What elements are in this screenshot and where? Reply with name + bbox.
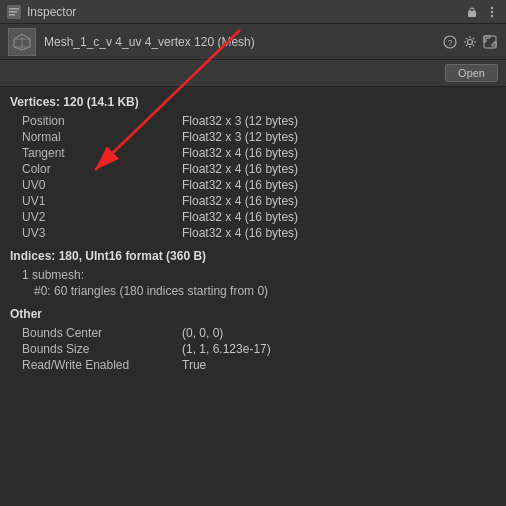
- prop-label-bounds-center: Bounds Center: [22, 326, 182, 340]
- svg-point-5: [491, 6, 493, 8]
- prop-value-uv3: Float32 x 4 (16 bytes): [182, 226, 298, 240]
- open-row: Open: [0, 60, 506, 87]
- prop-value-uv2: Float32 x 4 (16 bytes): [182, 210, 298, 224]
- header-actions: [464, 4, 500, 20]
- prop-label-tangent: Tangent: [22, 146, 182, 160]
- prop-value-uv0: Float32 x 4 (16 bytes): [182, 178, 298, 192]
- prop-color: Color Float32 x 4 (16 bytes): [10, 161, 496, 177]
- inspector-content: Vertices: 120 (14.1 KB) Position Float32…: [0, 87, 506, 381]
- prop-value-uv1: Float32 x 4 (16 bytes): [182, 194, 298, 208]
- svg-point-7: [491, 14, 493, 16]
- mesh-row: Mesh_1_c_v 4_uv 4_vertex 120 (Mesh) ?: [0, 24, 506, 60]
- lock-icon[interactable]: [464, 4, 480, 20]
- prop-read-write: Read/Write Enabled True: [10, 357, 496, 373]
- svg-rect-4: [468, 11, 476, 17]
- prop-label-read-write: Read/Write Enabled: [22, 358, 182, 372]
- svg-rect-2: [9, 11, 17, 13]
- prop-label-uv2: UV2: [22, 210, 182, 224]
- prop-value-read-write: True: [182, 358, 206, 372]
- inspector-header: Inspector: [0, 0, 506, 24]
- prop-uv2: UV2 Float32 x 4 (16 bytes): [10, 209, 496, 225]
- mesh-name: Mesh_1_c_v 4_uv 4_vertex 120 (Mesh): [44, 35, 434, 49]
- prop-uv0: UV0 Float32 x 4 (16 bytes): [10, 177, 496, 193]
- open-button[interactable]: Open: [445, 64, 498, 82]
- prop-position: Position Float32 x 3 (12 bytes): [10, 113, 496, 129]
- inspector-icon: [6, 4, 22, 20]
- svg-rect-3: [9, 14, 15, 16]
- svg-text:?: ?: [447, 38, 452, 48]
- prop-normal: Normal Float32 x 3 (12 bytes): [10, 129, 496, 145]
- prop-label-position: Position: [22, 114, 182, 128]
- prop-uv1: UV1 Float32 x 4 (16 bytes): [10, 193, 496, 209]
- prop-label-uv1: UV1: [22, 194, 182, 208]
- prop-value-bounds-size: (1, 1, 6.123e-17): [182, 342, 271, 356]
- mesh-actions: ?: [442, 34, 498, 50]
- prop-label-uv0: UV0: [22, 178, 182, 192]
- prop-value-color: Float32 x 4 (16 bytes): [182, 162, 298, 176]
- svg-point-6: [491, 10, 493, 12]
- prop-label-color: Color: [22, 162, 182, 176]
- vertices-section-header: Vertices: 120 (14.1 KB): [10, 95, 496, 109]
- prop-value-bounds-center: (0, 0, 0): [182, 326, 223, 340]
- mesh-thumbnail: [8, 28, 36, 56]
- svg-point-14: [468, 39, 473, 44]
- expand-icon[interactable]: [482, 34, 498, 50]
- other-section-header: Other: [10, 307, 496, 321]
- prop-tangent: Tangent Float32 x 4 (16 bytes): [10, 145, 496, 161]
- help-icon[interactable]: ?: [442, 34, 458, 50]
- svg-rect-1: [9, 8, 19, 10]
- settings-icon[interactable]: [462, 34, 478, 50]
- header-title: Inspector: [27, 5, 464, 19]
- prop-value-position: Float32 x 3 (12 bytes): [182, 114, 298, 128]
- indices-section-header: Indices: 180, UInt16 format (360 B): [10, 249, 496, 263]
- prop-label-normal: Normal: [22, 130, 182, 144]
- prop-uv3: UV3 Float32 x 4 (16 bytes): [10, 225, 496, 241]
- prop-value-tangent: Float32 x 4 (16 bytes): [182, 146, 298, 160]
- submesh-label: 1 submesh:: [10, 267, 496, 283]
- submesh-detail: #0: 60 triangles (180 indices starting f…: [10, 283, 496, 299]
- prop-bounds-size: Bounds Size (1, 1, 6.123e-17): [10, 341, 496, 357]
- prop-value-normal: Float32 x 3 (12 bytes): [182, 130, 298, 144]
- more-options-icon[interactable]: [484, 4, 500, 20]
- prop-bounds-center: Bounds Center (0, 0, 0): [10, 325, 496, 341]
- prop-label-uv3: UV3: [22, 226, 182, 240]
- prop-label-bounds-size: Bounds Size: [22, 342, 182, 356]
